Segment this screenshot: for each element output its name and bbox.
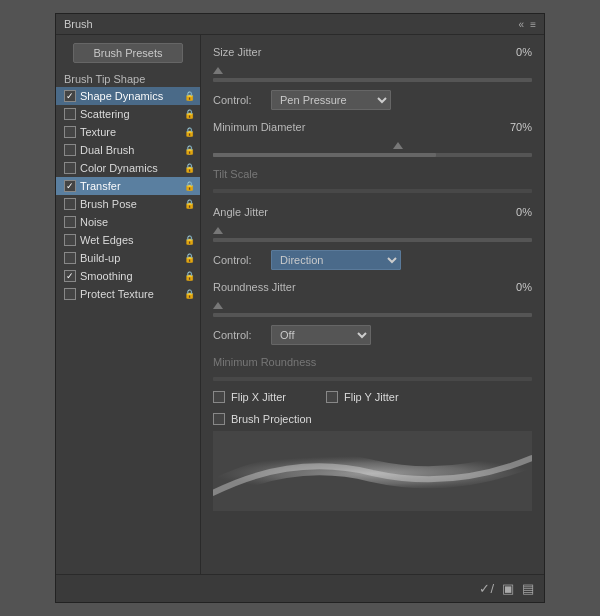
min-roundness-slider	[213, 377, 532, 381]
brush-projection-row: Brush Projection	[213, 413, 532, 425]
texture-checkbox[interactable]	[64, 126, 76, 138]
sidebar-item-shape-dynamics[interactable]: ✓ Shape Dynamics 🔒	[56, 87, 200, 105]
sidebar-item-wet-edges[interactable]: Wet Edges 🔒	[56, 231, 200, 249]
control-label-2: Control:	[213, 254, 263, 266]
brush-projection-label: Brush Projection	[231, 413, 312, 425]
flip-y-checkbox[interactable]	[326, 391, 338, 403]
texture-label: Texture	[80, 126, 116, 138]
sidebar-item-brush-pose[interactable]: Brush Pose 🔒	[56, 195, 200, 213]
smoothing-label: Smoothing	[80, 270, 133, 282]
angle-jitter-row: Angle Jitter 0%	[213, 203, 532, 221]
panel-title-bar: Brush « ≡	[56, 14, 544, 35]
brush-pose-lock: 🔒	[184, 199, 194, 209]
build-up-checkbox[interactable]	[64, 252, 76, 264]
off-select[interactable]: Off Fade Pen Pressure Pen Tilt Stylus Wh…	[271, 325, 371, 345]
dual-brush-checkbox[interactable]	[64, 144, 76, 156]
wet-edges-label: Wet Edges	[80, 234, 134, 246]
flip-x-row: Flip X Jitter	[213, 391, 286, 403]
smoothing-checkbox[interactable]: ✓	[64, 270, 76, 282]
control-row-1: Control: Pen Pressure Off Fade Pen Tilt …	[213, 90, 532, 110]
brush-projection-checkbox[interactable]	[213, 413, 225, 425]
transfer-checkbox[interactable]: ✓	[64, 180, 76, 192]
control-row-2: Control: Direction Off Fade Pen Pressure…	[213, 250, 532, 270]
sidebar-item-noise[interactable]: Noise	[56, 213, 200, 231]
brush-panel: Brush « ≡ Brush Presets Brush Tip Shape …	[55, 13, 545, 603]
sidebar-item-color-dynamics[interactable]: Color Dynamics 🔒	[56, 159, 200, 177]
min-diameter-slider[interactable]	[213, 153, 532, 157]
shape-dynamics-checkbox[interactable]: ✓	[64, 90, 76, 102]
min-roundness-label: Minimum Roundness	[213, 356, 316, 368]
angle-jitter-value: 0%	[502, 206, 532, 218]
flip-x-label: Flip X Jitter	[231, 391, 286, 403]
bottom-toolbar: ✓/ ▣ ▤	[56, 574, 544, 602]
size-jitter-label: Size Jitter	[213, 46, 261, 58]
sidebar-item-smoothing[interactable]: ✓ Smoothing 🔒	[56, 267, 200, 285]
protect-texture-label: Protect Texture	[80, 288, 154, 300]
protect-texture-checkbox[interactable]	[64, 288, 76, 300]
sidebar-item-texture[interactable]: Texture 🔒	[56, 123, 200, 141]
scattering-checkbox[interactable]	[64, 108, 76, 120]
brush-pose-label: Brush Pose	[80, 198, 137, 210]
brush-preview	[213, 431, 532, 511]
control-label-1: Control:	[213, 94, 263, 106]
sidebar-item-dual-brush[interactable]: Dual Brush 🔒	[56, 141, 200, 159]
transfer-label: Transfer	[80, 180, 121, 192]
panel-menu-icon[interactable]: ≡	[530, 19, 536, 30]
size-jitter-value: 0%	[502, 46, 532, 58]
direction-select[interactable]: Direction Off Fade Pen Pressure Pen Tilt…	[271, 250, 401, 270]
wet-edges-lock: 🔒	[184, 235, 194, 245]
sidebar-item-protect-texture[interactable]: Protect Texture 🔒	[56, 285, 200, 303]
size-jitter-row: Size Jitter 0%	[213, 43, 532, 61]
control-label-3: Control:	[213, 329, 263, 341]
panel-icons: « ≡	[519, 19, 536, 30]
panel-collapse-icon[interactable]: «	[519, 19, 525, 30]
color-dynamics-checkbox[interactable]	[64, 162, 76, 174]
brush-pose-checkbox[interactable]	[64, 198, 76, 210]
tilt-scale-label: Tilt Scale	[213, 168, 258, 180]
dual-brush-label: Dual Brush	[80, 144, 134, 156]
min-diameter-label: Minimum Diameter	[213, 121, 305, 133]
roundness-jitter-row: Roundness Jitter 0%	[213, 278, 532, 296]
flip-y-row: Flip Y Jitter	[326, 391, 399, 403]
tilt-scale-slider	[213, 189, 532, 193]
control-row-3: Control: Off Fade Pen Pressure Pen Tilt …	[213, 325, 532, 345]
sidebar-item-transfer[interactable]: ✓ Transfer 🔒	[56, 177, 200, 195]
min-diameter-row: Minimum Diameter 70%	[213, 118, 532, 136]
roundness-jitter-triangle	[213, 302, 223, 309]
size-jitter-slider[interactable]	[213, 78, 532, 82]
pen-pressure-select[interactable]: Pen Pressure Off Fade Pen Tilt Stylus Wh…	[271, 90, 391, 110]
panel-title: Brush	[64, 18, 93, 30]
roundness-jitter-slider[interactable]	[213, 313, 532, 317]
brush-tip-shape-header: Brush Tip Shape	[56, 71, 200, 87]
scattering-label: Scattering	[80, 108, 130, 120]
toolbar-delete-icon[interactable]: ▤	[522, 581, 534, 596]
toolbar-new-icon[interactable]: ▣	[502, 581, 514, 596]
roundness-jitter-label: Roundness Jitter	[213, 281, 296, 293]
build-up-label: Build-up	[80, 252, 120, 264]
main-content: Size Jitter 0% Control: Pen Pressure Off…	[201, 35, 544, 601]
min-diameter-value: 70%	[502, 121, 532, 133]
brush-presets-button[interactable]: Brush Presets	[73, 43, 183, 63]
flip-row: Flip X Jitter Flip Y Jitter	[213, 391, 532, 407]
toolbar-brush-icon[interactable]: ✓/	[479, 581, 494, 596]
dual-brush-lock: 🔒	[184, 145, 194, 155]
flip-x-checkbox[interactable]	[213, 391, 225, 403]
angle-jitter-slider[interactable]	[213, 238, 532, 242]
min-diameter-triangle	[393, 142, 403, 149]
angle-jitter-triangle	[213, 227, 223, 234]
transfer-lock: 🔒	[184, 181, 194, 191]
sidebar-item-scattering[interactable]: Scattering 🔒	[56, 105, 200, 123]
brush-stroke-svg	[213, 431, 532, 511]
sidebar-item-build-up[interactable]: Build-up 🔒	[56, 249, 200, 267]
protect-texture-lock: 🔒	[184, 289, 194, 299]
angle-jitter-label: Angle Jitter	[213, 206, 268, 218]
shape-dynamics-lock: 🔒	[184, 91, 194, 101]
smoothing-lock: 🔒	[184, 271, 194, 281]
wet-edges-checkbox[interactable]	[64, 234, 76, 246]
roundness-jitter-value: 0%	[502, 281, 532, 293]
scattering-lock: 🔒	[184, 109, 194, 119]
flip-y-label: Flip Y Jitter	[344, 391, 399, 403]
panel-body: Brush Presets Brush Tip Shape ✓ Shape Dy…	[56, 35, 544, 601]
sidebar: Brush Presets Brush Tip Shape ✓ Shape Dy…	[56, 35, 201, 601]
noise-checkbox[interactable]	[64, 216, 76, 228]
